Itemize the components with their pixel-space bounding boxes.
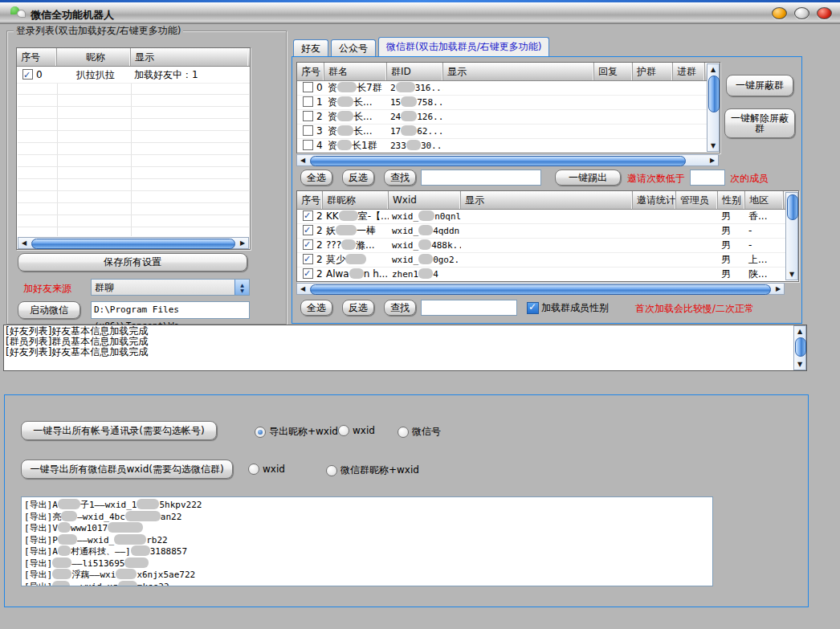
member-col[interactable]: 序号 [297, 191, 323, 209]
contacts-export-radio[interactable] [398, 427, 409, 438]
group-col[interactable]: 回复 [594, 63, 633, 80]
member-col[interactable]: 群昵称 [323, 191, 389, 209]
member-wxid-cell: wxid_0go2... [389, 253, 461, 267]
group-row-checkbox[interactable] [303, 125, 313, 136]
login-col-nick[interactable]: 昵称 [57, 48, 131, 66]
group-col[interactable]: 护群 [633, 63, 673, 80]
member-row[interactable]: 22KK室-【...wxid_n0qnl...男香... [297, 210, 798, 224]
member-col[interactable]: 性别 [718, 191, 745, 209]
login-col-display[interactable]: 显示 [131, 48, 248, 66]
group-table-hscrollbar[interactable]: ◀▶ [296, 154, 719, 166]
group-row[interactable]: 1资长...15758... [297, 96, 720, 110]
group-row-checkbox[interactable] [303, 140, 313, 150]
member-find-button[interactable]: 查找 [384, 300, 416, 316]
group-row[interactable]: 4资长1群23330... [297, 139, 720, 153]
member-col[interactable]: 管理员 [676, 191, 718, 209]
member-table-vscrollbar[interactable]: ▲▼ [785, 192, 798, 280]
load-gender-checkbox[interactable] [527, 302, 539, 314]
login-col-index[interactable]: 序号 [17, 48, 57, 66]
tab-friends[interactable]: 好友 [293, 39, 328, 56]
group-table-header[interactable]: 序号群名群ID显示回复护群进群 [297, 63, 720, 81]
contacts-export-radio[interactable] [255, 427, 266, 438]
login-table-hscrollbar[interactable]: ◀▶ [18, 237, 249, 249]
group-row[interactable]: 0资长7群2316... [297, 81, 720, 96]
group-select-all-button[interactable]: 全选 [300, 170, 332, 186]
members-export-radio[interactable] [248, 464, 259, 475]
export-log-textarea[interactable]: [导出]A子1——wxid_15hkpv222[导出]亮—wxid_4bcan2… [21, 496, 713, 586]
member-row[interactable]: 26Alwan h...zhen14男陕... [297, 268, 798, 282]
member-col[interactable]: Wxid [389, 191, 461, 209]
group-row-checkbox[interactable] [303, 82, 313, 92]
member-table[interactable]: 序号群昵称Wxid显示邀请统计管理员性别地区 22KK室-【...wxid_n0… [296, 190, 799, 282]
members-export-option[interactable]: 微信群昵称+wxid [326, 464, 419, 477]
member-select-all-button[interactable]: 全选 [300, 300, 332, 316]
launch-wechat-button[interactable]: 启动微信 [18, 301, 80, 319]
contacts-export-radio[interactable] [338, 425, 349, 436]
title-bar[interactable]: 微信全功能机器人 [0, 2, 840, 24]
block-group-button[interactable]: 一键屏蔽群 [726, 75, 793, 96]
group-row[interactable]: 2资长...24126... [297, 110, 720, 125]
member-invert-button[interactable]: 反选 [342, 300, 374, 316]
kick-button[interactable]: 一键踢出 [555, 170, 621, 186]
save-settings-button[interactable]: 保存所有设置 [18, 253, 247, 272]
contacts-export-option[interactable]: wxid [338, 425, 375, 436]
group-table[interactable]: 序号群名群ID显示回复护群进群 0资长7群2316...1资长...15758.… [296, 62, 720, 153]
member-table-hscrollbar[interactable]: ◀▶ [296, 283, 785, 295]
member-row[interactable]: 23妖一棒wxid_4qddn...男- [297, 224, 798, 239]
group-table-vscrollbar[interactable]: ▲▼ [707, 63, 720, 152]
tab-official-accounts[interactable]: 公众号 [331, 39, 376, 56]
member-row-checkbox[interactable] [303, 239, 313, 250]
login-row-checkbox[interactable] [22, 69, 33, 80]
member-row[interactable]: 25莫少wxid_0go2...男上... [297, 253, 798, 268]
log-vscroll-thumb[interactable] [795, 337, 806, 357]
group-invert-button[interactable]: 反选 [342, 170, 374, 186]
group-row[interactable]: 3资长...1762... [297, 125, 720, 139]
group-col[interactable]: 群ID [387, 63, 443, 80]
member-row[interactable]: 24???滌...wxid_488k...男- [297, 239, 798, 253]
members-export-option[interactable]: wxid [248, 464, 285, 475]
group-id-cell: 24126... [387, 110, 443, 124]
member-table-header[interactable]: 序号群昵称Wxid显示邀请统计管理员性别地区 [297, 191, 798, 210]
close-button[interactable] [817, 7, 832, 19]
member-col[interactable]: 显示 [461, 191, 633, 209]
load-gender-checkbox-row[interactable]: 加载群成员性别 [527, 301, 609, 315]
member-search-input[interactable] [421, 300, 517, 316]
unblock-group-button[interactable]: 一键解除屏蔽群 [724, 108, 795, 138]
member-row-checkbox[interactable] [303, 268, 313, 279]
tab-wechat-groups[interactable]: 微信群(双击加载群员/右键更多功能) [378, 37, 549, 56]
wechat-path-field[interactable]: D:\Program Files (x86)\Tencent\We [91, 301, 250, 319]
group-col[interactable]: 进群 [673, 63, 705, 80]
add-friend-source-dropdown[interactable]: 群聊 ▲▼ [91, 279, 250, 296]
member-row-checkbox[interactable] [303, 210, 313, 221]
login-row[interactable]: 0 扒拉扒拉 加载好友中：1 [17, 67, 250, 84]
group-col[interactable]: 显示 [443, 63, 594, 80]
dropdown-spinner-icon[interactable]: ▲▼ [234, 280, 249, 295]
log-vscrollbar[interactable]: ▲▼ [793, 325, 806, 370]
contacts-export-option[interactable]: 导出昵称+wxid [255, 425, 338, 439]
invite-count-input[interactable] [690, 170, 725, 186]
log-box[interactable]: [好友列表]好友基本信息加载完成[群员列表]群员基本信息加载完成[好友列表]好友… [3, 325, 807, 371]
group-row-checkbox[interactable] [303, 96, 313, 107]
member-row-checkbox[interactable] [303, 225, 313, 235]
group-col[interactable]: 群名 [324, 63, 387, 80]
login-table-hscroll-thumb[interactable] [31, 239, 235, 249]
group-table-vscroll-thumb[interactable] [708, 76, 720, 112]
member-row-checkbox[interactable] [303, 254, 313, 264]
export-contacts-button[interactable]: 一键导出所有帐号通讯录(需要勾选帐号) [21, 421, 217, 440]
login-table[interactable]: 序号 昵称 显示 0 扒拉扒拉 加载好友中：1 ◀▶ [16, 47, 251, 250]
group-table-hscroll-thumb[interactable] [310, 156, 686, 166]
contacts-export-option[interactable]: 微信号 [398, 425, 441, 439]
group-col[interactable]: 序号 [297, 63, 324, 80]
members-export-radio[interactable] [326, 465, 337, 476]
maximize-button[interactable] [794, 7, 809, 19]
login-table-header[interactable]: 序号 昵称 显示 [17, 48, 250, 67]
minimize-button[interactable] [772, 7, 787, 19]
member-table-hscroll-thumb[interactable] [310, 284, 771, 295]
member-table-vscroll-thumb[interactable] [787, 194, 798, 220]
group-find-button[interactable]: 查找 [384, 170, 416, 186]
group-search-input[interactable] [421, 170, 541, 186]
member-col[interactable]: 地区 [745, 191, 784, 209]
export-members-button[interactable]: 一键导出所有微信群员wxid(需要勾选微信群) [21, 459, 233, 479]
group-row-checkbox[interactable] [303, 111, 313, 121]
member-col[interactable]: 邀请统计 [633, 191, 676, 209]
